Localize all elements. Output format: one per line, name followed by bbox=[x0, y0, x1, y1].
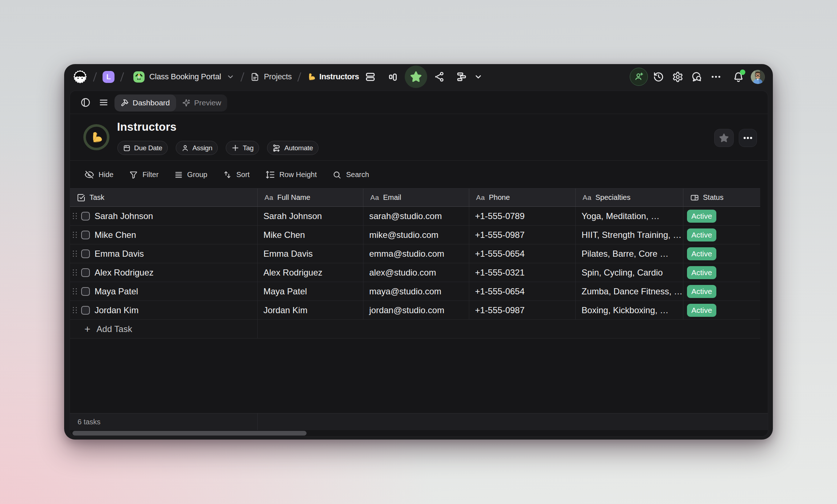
phone-cell[interactable]: +1-555-0654 bbox=[469, 244, 576, 263]
row-checkbox[interactable] bbox=[81, 306, 90, 315]
gear-icon[interactable] bbox=[668, 67, 687, 86]
breadcrumb-page[interactable]: Instructors bbox=[307, 72, 359, 81]
status-cell[interactable]: Active bbox=[683, 301, 760, 319]
full-name-cell[interactable]: Alex Rodriguez bbox=[258, 263, 363, 282]
status-badge[interactable]: Active bbox=[687, 228, 716, 242]
due-date-button[interactable]: Due Date bbox=[117, 141, 168, 155]
columns-layout-icon[interactable] bbox=[382, 65, 404, 88]
add-tag-button[interactable]: Tag bbox=[226, 141, 259, 155]
status-badge[interactable]: Active bbox=[687, 247, 716, 260]
more-actions-button[interactable] bbox=[739, 129, 757, 147]
chat-icon[interactable] bbox=[687, 67, 706, 86]
column-header-specialties[interactable]: Aa Specialties bbox=[576, 189, 683, 206]
table-row[interactable]: Sarah Johnson Sarah Johnson sarah@studio… bbox=[70, 207, 760, 226]
table-row[interactable]: Emma Davis Emma Davis emma@studio.com +1… bbox=[70, 244, 760, 263]
status-badge[interactable]: Active bbox=[687, 210, 716, 223]
automation-route-icon bbox=[272, 144, 281, 152]
drag-handle-icon[interactable] bbox=[73, 232, 77, 238]
phone-cell[interactable]: +1-555-0987 bbox=[469, 301, 576, 319]
status-cell[interactable]: Active bbox=[683, 282, 760, 301]
table-row[interactable]: Maya Patel Maya Patel maya@studio.com +1… bbox=[70, 282, 760, 301]
status-cell[interactable]: Active bbox=[683, 263, 760, 282]
email-cell[interactable]: jordan@studio.com bbox=[363, 301, 469, 319]
notifications-bell-icon[interactable] bbox=[729, 67, 748, 86]
row-checkbox[interactable] bbox=[81, 287, 90, 296]
specialties-cell[interactable]: HIIT, Strength Training, … bbox=[576, 226, 683, 244]
phone-cell[interactable]: +1-555-0987 bbox=[469, 226, 576, 244]
history-icon[interactable] bbox=[649, 67, 668, 86]
full-name-cell[interactable]: Mike Chen bbox=[258, 226, 363, 244]
drag-handle-icon[interactable] bbox=[73, 251, 77, 257]
specialties-cell[interactable]: Zumba, Dance Fitness, … bbox=[576, 282, 683, 301]
more-options-icon[interactable] bbox=[707, 67, 725, 86]
rows-layout-icon[interactable] bbox=[359, 65, 382, 88]
status-cell[interactable]: Active bbox=[683, 226, 760, 244]
table-row[interactable]: Mike Chen Mike Chen mike@studio.com +1-5… bbox=[70, 226, 760, 244]
sort-button[interactable]: Sort bbox=[223, 170, 250, 179]
specialties-cell[interactable]: Spin, Cycling, Cardio bbox=[576, 263, 683, 282]
email-cell[interactable]: sarah@studio.com bbox=[363, 207, 469, 225]
full-name-cell[interactable]: Jordan Kim bbox=[258, 301, 363, 319]
chevron-down-icon[interactable] bbox=[226, 72, 235, 81]
row-checkbox[interactable] bbox=[81, 249, 90, 258]
email-cell[interactable]: maya@studio.com bbox=[363, 282, 469, 301]
sidebar-toggle-icon[interactable] bbox=[77, 94, 94, 111]
specialties-cell[interactable]: Pilates, Barre, Core … bbox=[576, 244, 683, 263]
horizontal-scrollbar[interactable] bbox=[72, 431, 307, 436]
avatar[interactable] bbox=[751, 70, 765, 84]
breadcrumb-project[interactable]: Class Booking Portal bbox=[149, 72, 221, 81]
row-height-button[interactable]: Row Height bbox=[265, 170, 317, 180]
group-button[interactable]: Group bbox=[174, 171, 208, 179]
hide-button[interactable]: Hide bbox=[84, 170, 113, 180]
phone-cell[interactable]: +1-555-0789 bbox=[469, 207, 576, 225]
project-badge-icon[interactable] bbox=[133, 71, 145, 83]
row-checkbox[interactable] bbox=[81, 231, 90, 239]
breadcrumb-projects[interactable]: Projects bbox=[250, 72, 292, 82]
drag-handle-icon[interactable] bbox=[73, 288, 77, 294]
filter-button[interactable]: Filter bbox=[129, 170, 158, 179]
stacked-layout-icon[interactable] bbox=[450, 65, 473, 88]
search-button[interactable]: Search bbox=[332, 170, 369, 180]
workspace-badge[interactable]: L bbox=[103, 71, 114, 83]
tab-preview[interactable]: Preview bbox=[176, 94, 228, 112]
email-cell[interactable]: mike@studio.com bbox=[363, 226, 469, 244]
drag-handle-icon[interactable] bbox=[73, 307, 77, 313]
column-header-status[interactable]: Status bbox=[683, 189, 760, 206]
column-header-full-name[interactable]: Aa Full Name bbox=[258, 189, 363, 206]
page-icon[interactable] bbox=[83, 124, 109, 150]
share-icon[interactable] bbox=[428, 65, 450, 88]
status-badge[interactable]: Active bbox=[687, 285, 716, 298]
status-badge[interactable]: Active bbox=[687, 266, 716, 279]
drag-handle-icon[interactable] bbox=[73, 269, 77, 276]
status-cell[interactable]: Active bbox=[683, 244, 760, 263]
full-name-cell[interactable]: Emma Davis bbox=[258, 244, 363, 263]
column-header-email[interactable]: Aa Email bbox=[363, 189, 469, 206]
favorite-button[interactable] bbox=[714, 129, 734, 147]
favorite-star-icon[interactable] bbox=[405, 66, 427, 88]
row-checkbox[interactable] bbox=[81, 268, 90, 277]
status-cell[interactable]: Active bbox=[683, 207, 760, 225]
column-header-phone[interactable]: Aa Phone bbox=[469, 189, 576, 206]
specialties-cell[interactable]: Boxing, Kickboxing, … bbox=[576, 301, 683, 319]
phone-cell[interactable]: +1-555-0654 bbox=[469, 282, 576, 301]
email-cell[interactable]: emma@studio.com bbox=[363, 244, 469, 263]
full-name-cell[interactable]: Maya Patel bbox=[258, 282, 363, 301]
add-user-button[interactable] bbox=[630, 67, 649, 86]
status-badge[interactable]: Active bbox=[687, 304, 716, 317]
table-row[interactable]: Jordan Kim Jordan Kim jordan@studio.com … bbox=[70, 301, 760, 320]
row-checkbox[interactable] bbox=[81, 212, 90, 220]
drag-handle-icon[interactable] bbox=[73, 213, 77, 219]
specialties-cell[interactable]: Yoga, Meditation, … bbox=[576, 207, 683, 225]
phone-cell[interactable]: +1-555-0321 bbox=[469, 263, 576, 282]
automate-button[interactable]: Automate bbox=[267, 141, 318, 155]
tab-dashboard[interactable]: Dashboard bbox=[114, 94, 176, 112]
add-task-row[interactable]: + Add Task bbox=[70, 320, 760, 339]
table-row[interactable]: Alex Rodriguez Alex Rodriguez alex@studi… bbox=[70, 263, 760, 282]
chevron-down-icon[interactable] bbox=[474, 72, 483, 81]
menu-icon[interactable] bbox=[95, 94, 112, 111]
app-logo-icon[interactable] bbox=[73, 70, 87, 84]
column-header-task[interactable]: Task bbox=[70, 189, 258, 206]
full-name-cell[interactable]: Sarah Johnson bbox=[258, 207, 363, 225]
assign-button[interactable]: Assign bbox=[176, 141, 218, 155]
email-cell[interactable]: alex@studio.com bbox=[363, 263, 469, 282]
